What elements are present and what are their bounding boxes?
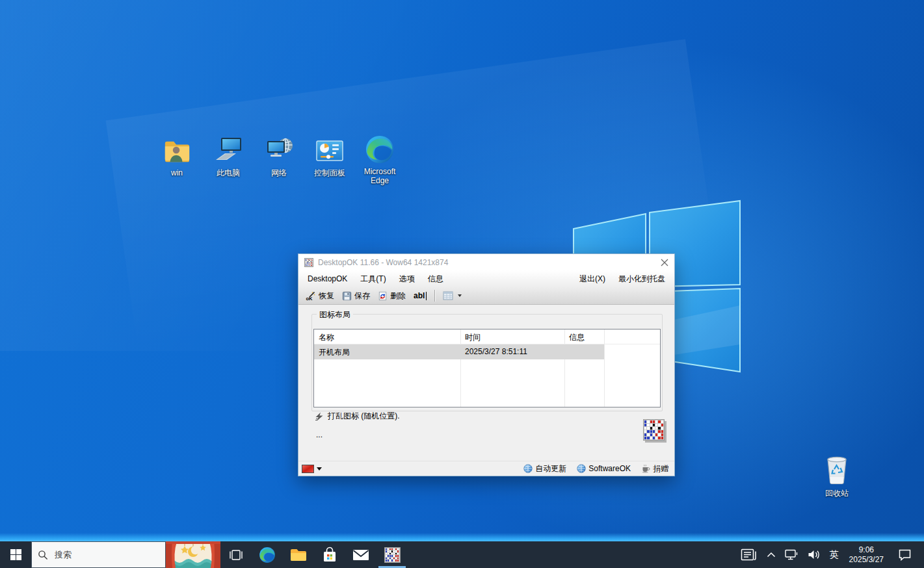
wallpaper-horizon-glow: [0, 533, 924, 541]
ime-indicator[interactable]: 英: [825, 541, 843, 568]
menubar: DesktopOK 工具(T) 选项 信息 退出(X) 最小化到托盘: [298, 270, 674, 287]
tray-overflow-chevron[interactable]: [762, 541, 780, 568]
desktop-icon-network[interactable]: 网络: [254, 135, 304, 177]
desktop-icon-recycle-bin[interactable]: 回收站: [812, 455, 862, 498]
view-style-dropdown[interactable]: [439, 289, 466, 302]
statusbar: 自动更新 SoftwareOK 捐赠: [298, 461, 674, 476]
groupbox-label: 图标布局: [317, 309, 353, 320]
taskbar-edge-button[interactable]: [252, 541, 283, 568]
menu-desktopok[interactable]: DesktopOK: [301, 272, 354, 286]
action-center-icon: [898, 549, 912, 561]
desktop-icon-label: 网络: [271, 168, 287, 177]
menu-options[interactable]: 选项: [393, 271, 421, 287]
desktop-icon-this-pc[interactable]: 此电脑: [203, 135, 254, 177]
desktop-icon-control-panel[interactable]: 控制面板: [304, 135, 355, 177]
column-header-time[interactable]: 时间: [460, 329, 564, 344]
auto-update-label: 自动更新: [535, 463, 566, 474]
more-label: ...: [316, 430, 323, 439]
desktop-icon-label: Microsoft Edge: [355, 167, 404, 185]
table-row[interactable]: 开机布局 2025/3/27 8:51:11: [314, 344, 604, 359]
column-header-info[interactable]: 信息: [564, 329, 604, 344]
tray-clock[interactable]: 9:06 2025/3/27: [843, 541, 890, 568]
taskbar-store-button[interactable]: [314, 541, 345, 568]
chevron-down-icon: [317, 467, 322, 471]
news-tray-button[interactable]: [736, 541, 762, 568]
taskbar-desktopok-button[interactable]: [376, 541, 408, 568]
menu-exit[interactable]: 退出(X): [573, 271, 612, 287]
language-color-dropdown[interactable]: [302, 465, 322, 473]
windows-start-icon: [10, 549, 21, 560]
window-titlebar[interactable]: DesktopOK 11.66 - Wow64 924x568: [298, 254, 674, 270]
desktop-icon-label: 此电脑: [217, 168, 240, 177]
desktop-icon-label: 控制面板: [314, 168, 345, 177]
text-cursor-icon: [426, 292, 427, 300]
desktop-icon-label: 回收站: [825, 489, 849, 498]
edge-icon: [259, 547, 276, 563]
row-info: [564, 344, 604, 359]
icon-layout-groupbox: 图标布局 名称 时间 信息 开机布局 2025/3/27 8:51:11: [311, 314, 663, 411]
ethernet-icon: [785, 549, 798, 560]
desktopok-icon: [384, 547, 401, 563]
delete-button[interactable]: 删除: [374, 289, 410, 303]
network-tray-icon[interactable]: [780, 541, 802, 568]
chevron-down-icon: [458, 294, 462, 297]
action-center-button[interactable]: [890, 541, 920, 568]
desktop-icon-edge[interactable]: Microsoft Edge: [354, 133, 405, 185]
taskbar-mail-button[interactable]: [345, 541, 376, 568]
taskbar-search[interactable]: [31, 541, 166, 568]
rename-button[interactable]: abl: [410, 289, 430, 302]
start-button[interactable]: [0, 541, 31, 568]
donate-link[interactable]: 捐赠: [641, 463, 668, 474]
control-panel-icon: [315, 135, 345, 166]
menu-minimize-to-tray[interactable]: 最小化到托盘: [612, 271, 672, 287]
recycle-bin-icon: [822, 455, 852, 486]
red-swatch-icon: [302, 465, 314, 473]
desktopok-app-icon: [304, 258, 313, 267]
task-view-icon: [229, 549, 243, 561]
delete-label: 删除: [390, 290, 406, 302]
list-header: 名称 时间 信息: [314, 329, 660, 344]
restore-wand-icon: oK: [306, 290, 316, 301]
coffee-cup-icon: [641, 464, 650, 473]
restore-button[interactable]: oK 恢复: [302, 289, 338, 303]
save-button[interactable]: 保存: [338, 289, 374, 303]
volume-tray-icon[interactable]: [802, 541, 825, 568]
toolbar: oK 恢复 保存: [298, 287, 674, 305]
search-input[interactable]: [55, 550, 146, 560]
layout-list[interactable]: 名称 时间 信息 开机布局 2025/3/27 8:51:11: [313, 329, 661, 407]
auto-update-link[interactable]: 自动更新: [523, 463, 566, 474]
desktop-icon-label: win: [171, 168, 183, 177]
news-widget-icon: [166, 541, 220, 568]
system-tray: 英 9:06 2025/3/27: [736, 541, 924, 568]
window-content: 图标布局 名称 时间 信息 开机布局 2025/3/27 8:51:11: [298, 305, 674, 462]
desktop: win 此电脑: [0, 0, 924, 568]
news-and-interests-button[interactable]: [166, 541, 220, 568]
softwareok-link[interactable]: SoftwareOK: [577, 464, 631, 473]
row-time: 2025/3/27 8:51:11: [460, 344, 564, 359]
desktop-icon-user-folder[interactable]: win: [152, 135, 202, 177]
taskbar-file-explorer-button[interactable]: [283, 541, 314, 568]
scramble-icons-link[interactable]: 打乱图标 (随机位置).: [315, 411, 400, 422]
network-icon: [263, 135, 295, 166]
task-view-button[interactable]: [220, 541, 252, 568]
tray-date: 2025/3/27: [849, 555, 884, 565]
edge-icon: [365, 133, 395, 164]
taskbar: 英 9:06 2025/3/27: [0, 541, 924, 568]
list-view-icon: [443, 291, 453, 300]
menu-info[interactable]: 信息: [421, 271, 450, 287]
save-label: 保存: [354, 290, 370, 302]
scramble-label: 打乱图标 (随机位置).: [328, 411, 400, 422]
row-name: 开机布局: [314, 344, 460, 359]
this-pc-icon: [213, 135, 244, 166]
menu-tools[interactable]: 工具(T): [354, 271, 392, 287]
desktopok-logo: [643, 419, 665, 441]
globe-icon: [577, 464, 586, 473]
donate-label: 捐赠: [653, 463, 668, 474]
tray-time: 9:06: [859, 545, 874, 555]
rename-label: abl: [414, 291, 425, 300]
close-button[interactable]: [650, 254, 668, 270]
softwareok-label: SoftwareOK: [588, 464, 631, 473]
column-header-name[interactable]: 名称: [314, 329, 460, 344]
toolbar-separator: [434, 290, 435, 302]
delete-icon: [378, 291, 388, 301]
